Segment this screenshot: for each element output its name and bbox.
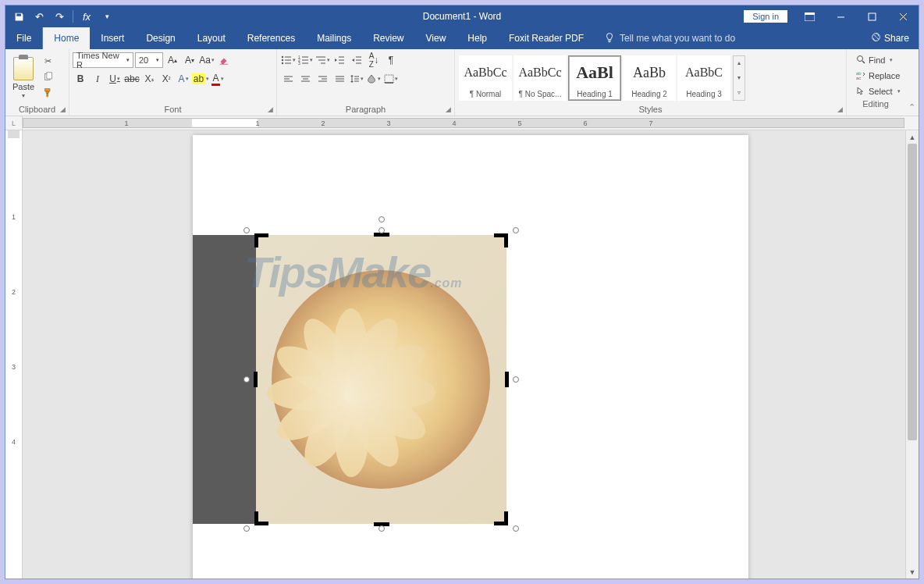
resize-handle-br[interactable] <box>513 525 519 532</box>
paragraph-launcher-icon[interactable]: ◢ <box>443 105 453 114</box>
underline-icon[interactable]: U▾ <box>107 71 123 87</box>
resize-handle-l[interactable] <box>243 376 250 383</box>
text-effects-icon[interactable]: A▾ <box>176 71 191 87</box>
collapse-ribbon-icon[interactable]: ⌃ <box>904 49 919 116</box>
align-right-icon[interactable] <box>315 71 330 87</box>
grow-font-icon[interactable]: A▴ <box>165 52 180 68</box>
clipboard-launcher-icon[interactable]: ◢ <box>58 105 67 114</box>
tab-foxit[interactable]: Foxit Reader PDF <box>498 27 595 49</box>
resize-handle-r[interactable] <box>513 376 519 383</box>
tab-selector[interactable]: L <box>5 116 23 130</box>
style-heading-3[interactable]: AaBbCHeading 3 <box>677 55 730 101</box>
justify-icon[interactable] <box>332 71 347 87</box>
selection-frame[interactable] <box>247 230 516 529</box>
lightbulb-icon <box>604 32 615 45</box>
minimize-icon[interactable] <box>825 5 856 27</box>
ruler-v-tick: 3 <box>5 363 22 371</box>
font-color-icon[interactable]: A▾ <box>210 71 226 87</box>
editing-label: Editing <box>850 98 901 110</box>
tell-me-search[interactable]: Tell me what you want to do <box>595 27 745 49</box>
resize-handle-bl[interactable] <box>243 525 250 532</box>
font-label: Font <box>73 103 273 116</box>
italic-icon[interactable]: I <box>90 71 105 87</box>
numbering-icon[interactable]: 123▾ <box>297 52 313 68</box>
share-button[interactable]: Share <box>862 27 919 49</box>
sort-icon[interactable]: AZ↓ <box>366 52 382 68</box>
superscript-icon[interactable]: X² <box>158 71 174 87</box>
maximize-icon[interactable] <box>856 5 887 27</box>
resize-handle-t[interactable] <box>378 227 385 233</box>
tab-help[interactable]: Help <box>457 27 498 49</box>
strikethrough-icon[interactable]: abc <box>124 71 140 87</box>
scroll-thumb[interactable] <box>908 144 917 440</box>
ruler-h-tick: 1 <box>123 119 130 127</box>
save-icon[interactable] <box>10 8 27 25</box>
find-button[interactable]: Find▾ <box>855 54 897 66</box>
group-paragraph: ▾ 123▾ ▾ AZ↓ ¶ ▾ ▾ <box>277 49 455 116</box>
borders-icon[interactable]: ▾ <box>383 71 399 87</box>
styles-up-icon[interactable]: ▴ <box>734 56 745 71</box>
align-center-icon[interactable] <box>297 71 313 87</box>
subscript-icon[interactable]: X₂ <box>141 71 157 87</box>
style--normal[interactable]: AaBbCc¶ Normal <box>459 55 512 101</box>
tab-view[interactable]: View <box>415 27 457 49</box>
tab-insert[interactable]: Insert <box>90 27 135 49</box>
style--no-spac-[interactable]: AaBbCc¶ No Spac... <box>514 55 567 101</box>
line-spacing-icon[interactable]: ▾ <box>349 71 364 87</box>
styles-down-icon[interactable]: ▾ <box>734 70 745 85</box>
paste-button[interactable]: Paste ▼ <box>9 52 38 102</box>
shrink-font-icon[interactable]: A▾ <box>182 52 197 68</box>
format-painter-icon[interactable] <box>40 85 55 99</box>
resize-handle-tr[interactable] <box>513 227 519 233</box>
vertical-scrollbar[interactable]: ▲ ▼ <box>905 130 919 579</box>
ruler-h-tick: 5 <box>516 119 524 127</box>
tab-mailings[interactable]: Mailings <box>306 27 362 49</box>
tab-review[interactable]: Review <box>362 27 414 49</box>
styles-launcher-icon[interactable]: ◢ <box>835 105 844 114</box>
document-canvas[interactable]: TipsMake.com <box>23 130 905 579</box>
resize-handle-b[interactable] <box>378 525 385 532</box>
select-button[interactable]: Select▾ <box>855 85 897 98</box>
shading-icon[interactable]: ▾ <box>366 71 382 87</box>
styles-more-icon[interactable]: ▿ <box>734 85 745 100</box>
clear-formatting-icon[interactable] <box>216 52 232 68</box>
multilevel-list-icon[interactable]: ▾ <box>315 52 330 68</box>
highlight-icon[interactable]: ab▾ <box>193 71 208 87</box>
vertical-ruler[interactable]: 1234 <box>5 130 23 579</box>
tab-home[interactable]: Home <box>43 27 90 49</box>
ribbon-display-icon[interactable] <box>794 5 825 27</box>
styles-scroll[interactable]: ▴▾▿ <box>733 55 745 101</box>
font-size-combo[interactable]: 20▾ <box>135 52 163 68</box>
scroll-down-icon[interactable]: ▼ <box>906 565 919 579</box>
show-marks-icon[interactable]: ¶ <box>383 52 399 68</box>
font-launcher-icon[interactable]: ◢ <box>265 105 275 114</box>
tab-references[interactable]: References <box>236 27 306 49</box>
align-left-icon[interactable] <box>280 71 296 87</box>
svg-point-11 <box>281 59 283 61</box>
fx-icon[interactable]: fx <box>78 8 95 25</box>
change-case-icon[interactable]: Aa▾ <box>199 52 215 68</box>
cut-icon[interactable]: ✂ <box>40 54 55 68</box>
replace-button[interactable]: abac Replace <box>855 69 897 82</box>
resize-handle-tl[interactable] <box>243 227 250 233</box>
scroll-up-icon[interactable]: ▲ <box>906 130 919 144</box>
font-name-combo[interactable]: Times New R▾ <box>73 52 133 68</box>
horizontal-ruler[interactable]: 11234567 <box>23 118 904 128</box>
tab-design[interactable]: Design <box>135 27 186 49</box>
style-heading-1[interactable]: AaBlHeading 1 <box>568 55 621 101</box>
increase-indent-icon[interactable] <box>349 52 364 68</box>
copy-icon[interactable] <box>40 69 55 84</box>
style-heading-2[interactable]: AaBbHeading 2 <box>623 55 676 101</box>
decrease-indent-icon[interactable] <box>332 52 347 68</box>
tab-file[interactable]: File <box>5 27 43 49</box>
redo-icon[interactable]: ↷ <box>51 8 68 25</box>
qat-customize-icon[interactable]: ▾ <box>98 8 116 25</box>
rotate-handle[interactable] <box>378 216 385 223</box>
bullets-icon[interactable]: ▾ <box>280 52 296 68</box>
close-icon[interactable] <box>887 5 919 27</box>
group-styles: AaBbCc¶ NormalAaBbCc¶ No Spac...AaBlHead… <box>455 49 847 116</box>
undo-icon[interactable]: ↶ <box>30 8 48 25</box>
tab-layout[interactable]: Layout <box>187 27 236 49</box>
signin-button[interactable]: Sign in <box>744 10 787 23</box>
bold-icon[interactable]: B <box>73 71 88 87</box>
